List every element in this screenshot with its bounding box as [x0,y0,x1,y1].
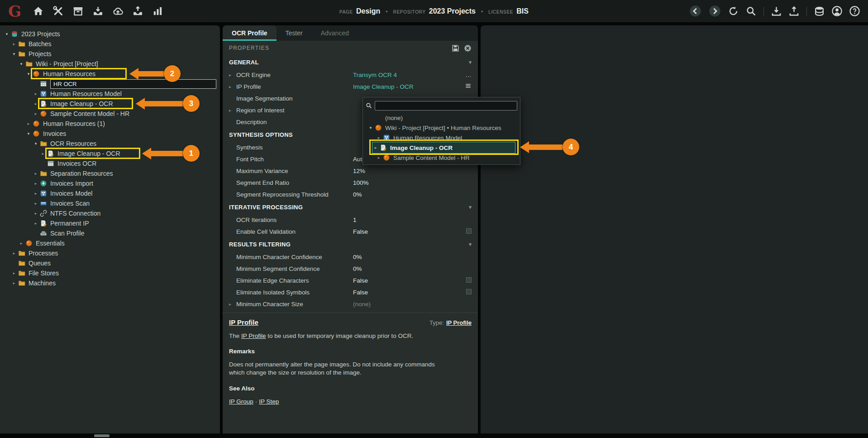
tree-item-2023-projects[interactable]: ▾2023 Projects [0,29,220,39]
refresh-icon[interactable] [728,6,739,16]
expander-closed-icon[interactable]: ▸ [33,111,39,116]
ip-step-link[interactable]: IP Step [259,398,279,405]
expander-open-icon[interactable]: ▾ [4,32,10,36]
expander-open-icon[interactable]: ▾ [367,125,374,130]
cancel-icon[interactable] [464,44,472,52]
dropdown-item-human-resources-model[interactable]: ▸Human Resources Model [366,133,517,143]
checkbox[interactable] [466,289,472,294]
user-icon[interactable] [832,6,842,16]
property-value[interactable]: 0% [349,191,460,198]
ellipsis-button[interactable]: … [460,71,472,78]
tree-item-essentials[interactable]: ▸Essentials [0,238,220,248]
tree-item-processes[interactable]: ▸Processes [0,248,220,258]
section-collapse-icon[interactable]: ▾ [469,241,472,247]
page-value[interactable]: Design [356,7,380,15]
tree-item-image-cleanup-ocr[interactable]: ▸Image Cleanup - OCR [0,149,220,159]
property-value[interactable]: 0% [349,265,460,272]
property-value[interactable]: 1 [349,217,460,223]
tree-item-ntfs-connection[interactable]: ▸NTFS Connection [0,208,220,218]
tree-item-human-resources-model[interactable]: ▸Human Resources Model [0,89,220,99]
tab-ocr-profile[interactable]: OCR Profile [223,25,277,41]
section-header-results-filtering[interactable]: RESULTS FILTERING▾ [223,237,478,251]
database-icon[interactable] [814,6,825,16]
horizontal-scrollbar-thumb[interactable] [94,434,110,437]
dropdown-item-sample-content-model-hr[interactable]: ▸Sample Content Model - HR [366,153,517,163]
dropdown-search-input[interactable] [375,101,517,111]
dropdown-item-image-cleanup-ocr[interactable]: ▸Image Cleanup - OCR [372,142,515,154]
checkbox[interactable] [466,228,472,234]
expander-closed-icon[interactable]: ▸ [33,211,39,216]
expander-closed-icon[interactable]: ▸ [11,42,17,46]
save-icon[interactable] [452,44,459,52]
tree-rename-input[interactable] [50,79,216,89]
home-icon[interactable] [33,6,43,16]
property-row-minimum-character-size[interactable]: ▸Minimum Character Size(none) [223,298,478,310]
property-row-ip-profile[interactable]: ▸IP ProfileImage Cleanup - OCR [223,81,478,92]
property-row-eliminate-isolated-symbols[interactable]: Eliminate Isolated SymbolsFalse [223,286,478,298]
property-value[interactable]: False [349,228,460,235]
property-value[interactable]: False [349,277,460,284]
tab-advanced[interactable]: Advanced [312,25,358,41]
dropdown-item-none[interactable]: (none) [366,113,517,123]
inbox-icon[interactable] [93,6,103,16]
section-collapse-icon[interactable]: ▾ [469,59,472,65]
property-value[interactable]: 100% [349,179,460,186]
upload-icon[interactable] [789,6,799,16]
tree-item-machines[interactable]: ▸Machines [0,278,220,288]
expander-closed-icon[interactable]: ▸ [11,251,17,255]
section-collapse-icon[interactable]: ▾ [469,204,472,210]
tree-item-invoices-ocr[interactable]: Invoices OCR [0,159,220,168]
tree-item-ocr-resources[interactable]: ▾OCR Resources [0,139,220,149]
property-value[interactable]: False [349,289,460,296]
expander-closed-icon[interactable]: ▸ [40,151,46,156]
tree-item-batches[interactable]: ▸Batches [0,39,220,49]
forward-icon[interactable] [709,5,721,17]
archive-icon[interactable] [73,6,83,16]
property-row-segment-reprocessing-threshold[interactable]: Segment Reprocessing Threshold0% [223,188,478,200]
property-value[interactable]: Transym OCR 4 [349,72,460,78]
dropdown-menu-button[interactable] [460,82,472,91]
expander-closed-icon[interactable]: ▸ [33,201,39,206]
tree-item-permanent-ip[interactable]: ▸Permanent IP [0,218,220,228]
tree-item-sample-content-model-hr[interactable]: ▸Sample Content Model - HR [0,109,220,119]
help-type-link[interactable]: IP Profile [446,319,472,326]
property-row-minimum-segment-confidence[interactable]: Minimum Segment Confidence0% [223,263,478,274]
expander-closed-icon[interactable]: ▸ [25,121,32,126]
tree-item-human-resources-1[interactable]: ▸Human Resources (1) [0,119,220,129]
expander-closed-icon[interactable]: ▸ [33,91,39,96]
expander-closed-icon[interactable]: ▸ [33,221,39,226]
help-icon[interactable] [849,6,860,16]
tree-item-scan-profile[interactable]: Scan Profile [0,228,220,238]
tab-tester[interactable]: Tester [277,25,312,41]
expander-closed-icon[interactable]: ▸ [33,181,39,186]
expander-closed-icon[interactable]: ▸ [372,145,379,150]
expander-open-icon[interactable]: ▾ [33,141,39,146]
tree-item-invoices-model[interactable]: ▸Invoices Model [0,188,220,198]
property-expander-icon[interactable]: ▸ [229,84,236,89]
property-value[interactable]: (none) [349,301,460,308]
expander-closed-icon[interactable]: ▸ [376,135,382,140]
tools-icon[interactable] [53,6,63,16]
expander-open-icon[interactable]: ▾ [25,131,32,136]
tree-item-queues[interactable]: Queues [0,258,220,268]
property-row-enable-cell-validation[interactable]: Enable Cell ValidationFalse [223,226,478,237]
tree-item-invoices-import[interactable]: ▸Invoices Import [0,178,220,188]
expander-closed-icon[interactable]: ▸ [33,171,39,176]
tree-item-wiki-project-project[interactable]: ▾Wiki - Project [Project] [0,59,220,69]
property-value[interactable]: 0% [349,254,460,260]
expander-closed-icon[interactable]: ▸ [11,271,17,275]
expander-open-icon[interactable]: ▾ [25,72,32,76]
expander-closed-icon[interactable]: ▸ [33,191,39,196]
property-row-ocr-iterations[interactable]: OCR Iterations1 [223,214,478,226]
stats-icon[interactable] [153,6,163,16]
tree-item-image-cleanup-ocr[interactable]: ▸Image Cleanup - OCR [0,99,220,109]
help-title-link[interactable]: IP Profile [229,318,258,326]
expander-closed-icon[interactable]: ▸ [376,155,382,160]
property-value[interactable]: 12% [349,168,460,174]
property-row-maximum-variance[interactable]: Maximum Variance12% [223,165,478,177]
property-row-segment-end-ratio[interactable]: Segment End Ratio100% [223,177,478,188]
property-expander-icon[interactable]: ▸ [229,72,236,77]
tree-item-separation-resources[interactable]: ▸Separation Resources [0,168,220,178]
tree-item-projects[interactable]: ▾Projects [0,49,220,59]
ip-profile-link[interactable]: IP Profile [241,332,266,339]
